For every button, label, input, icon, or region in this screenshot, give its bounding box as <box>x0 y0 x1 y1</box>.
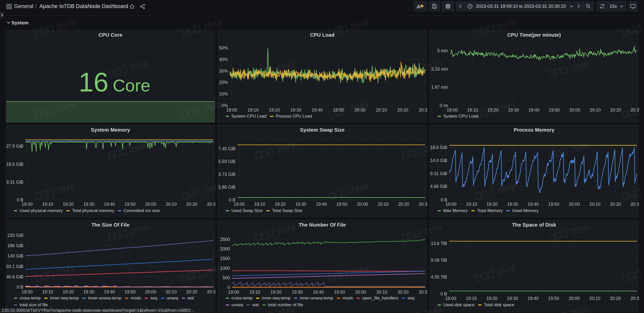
svg-text:19:40: 19:40 <box>313 290 324 295</box>
svg-text:13.6 TiB: 13.6 TiB <box>431 241 447 246</box>
svg-text:20:20: 20:20 <box>610 296 621 301</box>
svg-text:19:00: 19:00 <box>445 202 457 207</box>
svg-text:46.6 GiB: 46.6 GiB <box>6 274 23 279</box>
svg-text:19:10: 19:10 <box>249 290 261 295</box>
svg-text:20:30: 20:30 <box>419 202 427 207</box>
svg-text:1.67 min: 1.67 min <box>431 85 448 90</box>
svg-text:19:30: 19:30 <box>507 202 518 207</box>
svg-text:19:00: 19:00 <box>234 202 245 207</box>
svg-text:0%: 0% <box>222 103 228 108</box>
svg-text:14.0 GiB: 14.0 GiB <box>430 158 447 163</box>
svg-text:20:20: 20:20 <box>186 289 197 294</box>
svg-text:19:10: 19:10 <box>247 108 259 113</box>
svg-text:20:00: 20:00 <box>569 108 580 113</box>
svg-text:19:20: 19:20 <box>63 289 74 294</box>
svg-text:19:10: 19:10 <box>466 296 477 301</box>
svg-text:19:20: 19:20 <box>63 202 74 207</box>
svg-text:20:00: 20:00 <box>355 290 366 295</box>
svg-text:7.45 GiB: 7.45 GiB <box>218 146 235 151</box>
svg-text:19:10: 19:10 <box>466 202 477 207</box>
svg-text:19:50: 19:50 <box>334 290 345 295</box>
svg-text:20:30: 20:30 <box>207 202 215 207</box>
svg-text:19:50: 19:50 <box>333 108 344 113</box>
svg-text:3.33 min: 3.33 min <box>431 67 448 72</box>
svg-text:0: 0 <box>227 285 230 290</box>
svg-text:20:30: 20:30 <box>630 202 639 207</box>
svg-text:20:10: 20:10 <box>590 108 601 113</box>
svg-text:93.1 GiB: 93.1 GiB <box>6 264 23 269</box>
svg-text:30%: 30% <box>219 69 228 74</box>
svg-text:19:50: 19:50 <box>549 108 560 113</box>
svg-text:186 GiB: 186 GiB <box>8 243 23 248</box>
svg-text:20:10: 20:10 <box>166 202 177 207</box>
svg-text:1000: 1000 <box>220 266 230 271</box>
svg-text:19:50: 19:50 <box>337 202 348 207</box>
svg-text:19:00: 19:00 <box>228 290 239 295</box>
svg-text:5.59 GiB: 5.59 GiB <box>218 159 235 164</box>
svg-text:19:50: 19:50 <box>124 202 136 207</box>
svg-text:2500: 2500 <box>220 237 230 242</box>
svg-text:19:00: 19:00 <box>447 108 458 113</box>
svg-text:19:30: 19:30 <box>507 296 518 301</box>
svg-text:19:00: 19:00 <box>226 108 237 113</box>
svg-text:19:10: 19:10 <box>467 108 478 113</box>
svg-text:27.9 GiB: 27.9 GiB <box>6 144 23 149</box>
svg-text:19:40: 19:40 <box>528 108 539 113</box>
svg-text:20:00: 20:00 <box>357 202 368 207</box>
svg-text:19:40: 19:40 <box>104 289 115 294</box>
svg-text:18.6 GiB: 18.6 GiB <box>6 162 23 167</box>
svg-text:19:30: 19:30 <box>292 290 303 295</box>
svg-text:20:10: 20:10 <box>376 108 387 113</box>
svg-text:1.86 GiB: 1.86 GiB <box>218 185 235 190</box>
svg-text:20:00: 20:00 <box>355 108 366 113</box>
svg-text:19:20: 19:20 <box>269 108 280 113</box>
svg-text:20:00: 20:00 <box>569 296 580 301</box>
svg-text:9.31 GiB: 9.31 GiB <box>6 180 23 185</box>
svg-text:19:20: 19:20 <box>275 202 286 207</box>
svg-text:2000: 2000 <box>220 246 230 251</box>
svg-text:0 B: 0 B <box>440 291 447 296</box>
svg-text:3.73 GiB: 3.73 GiB <box>218 172 235 177</box>
svg-text:20%: 20% <box>219 80 228 85</box>
svg-text:19:00: 19:00 <box>22 289 33 294</box>
svg-text:20:00: 20:00 <box>145 202 156 207</box>
svg-text:20:20: 20:20 <box>398 202 409 207</box>
svg-text:20:30: 20:30 <box>207 289 215 294</box>
svg-text:20:10: 20:10 <box>378 202 389 207</box>
svg-text:0 ns: 0 ns <box>440 103 448 108</box>
svg-text:19:50: 19:50 <box>548 296 559 301</box>
svg-text:50%: 50% <box>219 45 228 50</box>
svg-text:19:40: 19:40 <box>528 202 539 207</box>
svg-text:1500: 1500 <box>220 256 230 261</box>
svg-text:19:00: 19:00 <box>445 296 456 301</box>
svg-text:20:20: 20:20 <box>397 108 408 113</box>
svg-text:19:10: 19:10 <box>254 202 265 207</box>
svg-text:19:10: 19:10 <box>42 202 53 207</box>
svg-text:20:00: 20:00 <box>145 289 156 294</box>
svg-text:20:10: 20:10 <box>590 202 601 207</box>
svg-text:19:20: 19:20 <box>487 202 498 207</box>
svg-text:19:30: 19:30 <box>508 108 519 113</box>
svg-text:19:50: 19:50 <box>548 202 559 207</box>
svg-text:20:10: 20:10 <box>589 296 600 301</box>
svg-text:20:20: 20:20 <box>398 290 409 295</box>
svg-text:4.66 GiB: 4.66 GiB <box>430 184 447 189</box>
svg-text:19:40: 19:40 <box>316 202 327 207</box>
svg-text:19:00: 19:00 <box>22 202 33 207</box>
svg-text:19:40: 19:40 <box>104 202 115 207</box>
svg-text:19:30: 19:30 <box>83 289 94 294</box>
svg-text:19:30: 19:30 <box>290 108 301 113</box>
svg-text:18.6 GiB: 18.6 GiB <box>430 145 447 150</box>
svg-text:20:20: 20:20 <box>610 202 621 207</box>
svg-text:233 GiB: 233 GiB <box>8 233 23 238</box>
svg-text:20:10: 20:10 <box>166 289 177 294</box>
svg-text:19:10: 19:10 <box>42 289 53 294</box>
svg-text:19:50: 19:50 <box>124 289 136 294</box>
svg-text:20:30: 20:30 <box>630 296 639 301</box>
svg-text:40%: 40% <box>219 57 228 62</box>
svg-text:0 B: 0 B <box>17 285 23 290</box>
svg-text:9.31 GiB: 9.31 GiB <box>430 171 447 176</box>
svg-text:140 GiB: 140 GiB <box>8 253 23 258</box>
svg-text:10%: 10% <box>219 91 228 96</box>
svg-text:9.09 TiB: 9.09 TiB <box>431 258 447 263</box>
